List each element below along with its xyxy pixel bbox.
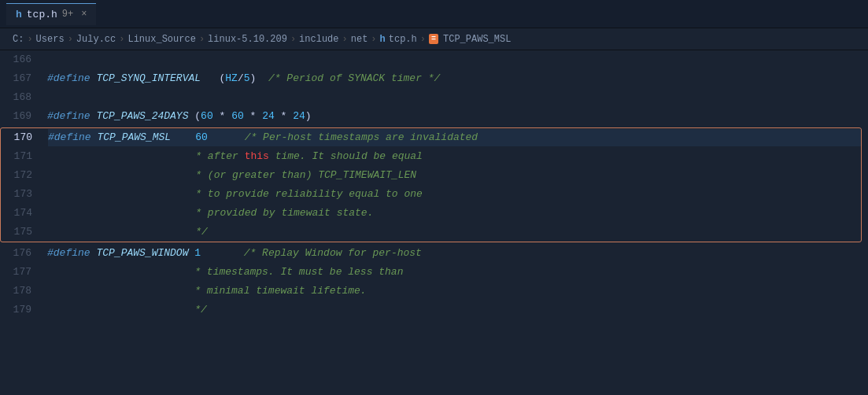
breadcrumb-symbol: TCP_PAWS_MSL [443, 34, 511, 45]
tab-file-icon: h [16, 9, 22, 20]
line-num-166: 166 [0, 51, 47, 68]
code-line-178: 178 * minimal timewait lifetime. [0, 282, 868, 301]
code-line-166: 166 [0, 50, 868, 69]
code-line-170: 170 #define TCP_PAWS_MSL 60 /* Per-host … [1, 128, 861, 147]
breadcrumb-sep-5: › [290, 34, 296, 45]
breadcrumb-linux-source: Linux_Source [127, 34, 195, 45]
line-content-170: #define TCP_PAWS_MSL 60 /* Per-host time… [48, 129, 861, 146]
code-line-175: 175 */ [1, 223, 861, 242]
line-num-169: 169 [0, 108, 47, 125]
line-num-172: 172 [1, 167, 48, 184]
line-num-170: 170 [1, 129, 48, 146]
tab-filename: tcp.h [27, 9, 57, 20]
code-line-171: 171 * after this time. It should be equa… [1, 147, 861, 166]
breadcrumb-sep-3: › [119, 34, 124, 45]
line-content-169: #define TCP_PAWS_24DAYS (60 * 60 * 24 * … [47, 108, 868, 125]
line-num-175: 175 [1, 223, 48, 241]
tab-tcp-h[interactable]: h tcp.h 9+ × [6, 3, 96, 25]
line-content-178: * minimal timewait lifetime. [47, 282, 868, 300]
breadcrumb-sep-7: › [371, 34, 376, 45]
breadcrumb-h-icon: h [380, 34, 386, 45]
breadcrumb-sep-2: › [68, 34, 73, 45]
line-content-171: * after this time. It should be equal [48, 148, 861, 165]
breadcrumb-symbol-icon: = [429, 34, 438, 44]
code-line-173: 173 * to provide reliability equal to on… [1, 185, 861, 204]
line-content-176: #define TCP_PAWS_WINDOW 1 /* Replay Wind… [47, 245, 868, 262]
breadcrumb-sep-8: › [420, 34, 426, 45]
breadcrumb-net: net [351, 34, 368, 45]
breadcrumb-sep-1: › [27, 34, 32, 45]
line-content-175: */ [48, 223, 861, 241]
breadcrumb-sep-6: › [342, 34, 348, 45]
code-line-179: 179 */ [0, 301, 868, 319]
breadcrumb-drive: C: [13, 34, 24, 45]
line-num-178: 178 [0, 282, 47, 300]
line-num-167: 167 [0, 70, 47, 87]
code-line-167: 167 #define TCP_SYNQ_INTERVAL (HZ/5) /* … [0, 69, 868, 88]
code-line-174: 174 * provided by timewait state. [1, 204, 861, 223]
breadcrumb-tcph: tcp.h [389, 34, 417, 45]
tab-close-icon[interactable]: × [81, 9, 87, 20]
line-num-171: 171 [1, 148, 48, 165]
breadcrumb-include: include [299, 34, 338, 45]
code-line-169: 169 #define TCP_PAWS_24DAYS (60 * 60 * 2… [0, 107, 868, 126]
code-line-177: 177 * timestamps. It must be less than [0, 263, 868, 282]
line-content-177: * timestamps. It must be less than [47, 264, 868, 281]
breadcrumb-kernel-ver: linux-5.10.209 [208, 34, 287, 45]
line-num-173: 173 [1, 186, 48, 203]
line-num-168: 168 [0, 89, 47, 106]
line-num-174: 174 [1, 205, 48, 222]
breadcrumb-users: Users [36, 34, 65, 45]
breadcrumb-sep-4: › [199, 34, 205, 45]
line-content-172: * (or greater than) TCP_TIMEWAIT_LEN [48, 167, 861, 184]
code-line-176: 176 #define TCP_PAWS_WINDOW 1 /* Replay … [0, 244, 868, 263]
line-content-179: */ [47, 301, 868, 319]
line-content-173: * to provide reliability equal to one [48, 186, 861, 203]
line-num-176: 176 [0, 245, 47, 262]
code-line-168: 168 [0, 88, 868, 107]
code-line-172: 172 * (or greater than) TCP_TIMEWAIT_LEN [1, 166, 861, 185]
highlight-block: 170 #define TCP_PAWS_MSL 60 /* Per-host … [0, 127, 862, 242]
tab-badge: 9+ [62, 9, 73, 20]
editor: 166 167 #define TCP_SYNQ_INTERVAL (HZ/5)… [0, 50, 868, 319]
breadcrumb-julycc: July.cc [76, 34, 116, 45]
tab-bar: h tcp.h 9+ × [0, 0, 868, 28]
line-content-167: #define TCP_SYNQ_INTERVAL (HZ/5) /* Peri… [47, 70, 868, 87]
line-num-179: 179 [0, 301, 47, 319]
breadcrumb: C: › Users › July.cc › Linux_Source › li… [0, 28, 868, 50]
line-num-177: 177 [0, 264, 47, 281]
line-content-174: * provided by timewait state. [48, 205, 861, 222]
